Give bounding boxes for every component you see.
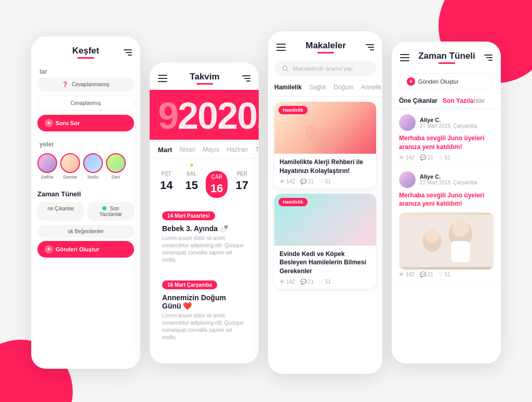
answered-btn[interactable]: Cevaplanmış: [37, 96, 134, 111]
month-nisan[interactable]: Nisan: [179, 146, 195, 154]
day-label-car: ÇAR: [211, 174, 222, 180]
year-prev: 9: [158, 97, 178, 135]
month-mart[interactable]: Mart: [158, 146, 172, 154]
article-body-2: Evinde Kedi ve Köpek Besleyen Hamileleri…: [274, 246, 376, 289]
article-card-2[interactable]: Hamilelik Evinde Kedi ve Köpek Besleyen …: [274, 194, 376, 289]
phone2-header: Takvim: [150, 62, 259, 90]
popular-tab[interactable]: ok Beğenilenler: [37, 225, 134, 238]
zt-tabs: Öne Çıkanlar Son Yazılanlar: [392, 95, 501, 109]
plus-icon: +: [45, 119, 53, 127]
stat-likes-1: ♡ 51: [319, 179, 331, 184]
svg-point-4: [305, 126, 316, 140]
svg-point-3: [337, 126, 347, 140]
article-title-1: Hamilelikte Alerji Rehberi ile Hayatınız…: [280, 158, 371, 176]
article-decoration-1: [274, 102, 376, 154]
day-active-pill-16[interactable]: ÇAR 16: [206, 171, 228, 198]
filter-icon-2[interactable]: [242, 75, 250, 82]
featured-tab[interactable]: ne Çıkanlar: [37, 202, 84, 221]
day-label-per: PER: [236, 171, 247, 177]
event-title-1: Bebek 3. Ayında 🍼: [162, 224, 246, 233]
post-avatar-2: [399, 171, 416, 188]
tab-hamilelik[interactable]: Hamilelik: [274, 84, 302, 91]
post-stats-2: 👁 142 💬 21 ♡ 51: [399, 272, 494, 277]
phone1-title-underline: [77, 57, 94, 59]
zt-tab-featured[interactable]: Öne Çıkanlar: [399, 97, 437, 104]
svg-point-0: [283, 66, 287, 70]
unanswered-btn[interactable]: ❓ Cevaplanmamış: [37, 77, 134, 91]
month-temmuz[interactable]: Temmu: [256, 146, 259, 154]
create-post-button[interactable]: + Gönderi Oluştur: [37, 241, 134, 258]
article-title-2: Evinde Kedi ve Köpek Besleyen Hamileleri…: [280, 250, 371, 276]
stat-likes-2: ♡ 51: [319, 279, 331, 285]
stat-comments-2: 💬 21: [300, 279, 314, 285]
zt-tab-latest[interactable]: Son Yazılanlar: [443, 97, 485, 104]
post-date-1: 27 Mart 2019, Çarşamba: [420, 123, 477, 129]
day-number-15: 15: [185, 179, 198, 192]
post-text-2: Merhaba sevgili Juno üyeleri aranıza yen…: [399, 191, 494, 209]
user-avatar-melis: Melis: [83, 153, 103, 180]
tab-dogum[interactable]: Doğum: [334, 84, 354, 91]
post-username-2: Aliye C.: [420, 173, 477, 180]
month-mayis[interactable]: Mayıs: [203, 146, 219, 154]
phone4-title: Zaman Tüneli: [418, 51, 475, 61]
event-card-2: 16 Mart Çarşamba Annemizin Doğum Günü ❤️…: [156, 274, 252, 346]
post-card-1: Aliye C. 27 Mart 2019, Çarşamba Merhaba …: [392, 109, 501, 166]
event-title-2: Annemizin Doğum Günü ❤️: [162, 293, 246, 310]
user-avatar-den: Den: [106, 153, 126, 180]
article-card-1[interactable]: Hamilelik Hamilelikte Alerji Rehberi ile…: [274, 102, 376, 189]
answered-row: Cevaplanmış: [31, 96, 140, 115]
avatar-circle-defne: [37, 153, 57, 173]
filter-icon-4[interactable]: [484, 55, 493, 61]
zt-create-button[interactable]: + Gönderi Oluştur: [399, 73, 494, 90]
tab-annelik[interactable]: Annelik: [361, 84, 381, 91]
post-user-row-2: Aliye C. 27 Mart 2019, Çarşamba: [399, 171, 494, 188]
timeline-title: Zaman Tüneli: [37, 190, 134, 198]
stat-views-1: 👁 142: [280, 179, 295, 184]
article-body-1: Hamilelikte Alerji Rehberi ile Hayatınız…: [274, 154, 376, 189]
months-row: Mart Nisan Mayıs Haziran Temmu: [150, 140, 259, 158]
user-avatar-demet: Demet: [60, 153, 80, 180]
hamburger-icon-3[interactable]: [400, 54, 409, 61]
svg-point-10: [425, 229, 439, 243]
post-user-info-2: Aliye C. 27 Mart 2019, Çarşamba: [420, 173, 477, 185]
hamburger-icon-2[interactable]: [276, 44, 286, 51]
day-col-16: ÇAR 16: [204, 164, 230, 198]
month-haziran[interactable]: Haziran: [227, 146, 248, 154]
post-likes-1: ♡ 51: [438, 155, 450, 160]
year-display: 2020: [178, 97, 257, 135]
post-stats-1: 👁 142 💬 21 ♡ 51: [399, 155, 494, 160]
post-comments-2: 💬 21: [420, 272, 433, 277]
year-banner: 9 2020 2: [150, 90, 259, 140]
zt-plus-icon: +: [407, 77, 415, 86]
post-comments-1: 💬 21: [420, 155, 433, 160]
svg-rect-8: [451, 241, 470, 262]
svg-rect-5: [399, 215, 494, 267]
days-header: PZT 14 SAL 15 ÇAR 16: [150, 158, 259, 200]
day-dot-15: [190, 164, 193, 167]
filter-icon-3[interactable]: [366, 44, 374, 50]
svg-line-1: [287, 70, 288, 71]
soru-sor-button[interactable]: + Soru Sor: [37, 115, 134, 131]
avatar-circle-den: [106, 153, 126, 173]
phone2-title: Takvim: [190, 72, 219, 82]
phone-zaman-tuneli: Zaman Tüneli + Gönderi Oluştur Öne Çıkan…: [392, 42, 501, 364]
user-avatar-defne: Defne: [37, 153, 57, 180]
filter-icon[interactable]: [124, 49, 132, 56]
article-image-1: Hamilelik: [274, 102, 376, 154]
hamburger-icon[interactable]: [158, 75, 167, 82]
baby-svg: [399, 212, 494, 270]
phone-kesfet: Keşfet lar ❓ Cevaplanmamış Cevaplanmış +…: [31, 36, 140, 369]
article-image-2: Hamilelik: [274, 194, 376, 246]
search-bar[interactable]: Makalelerde arama yap: [274, 61, 376, 76]
tab-saglik[interactable]: Sağlık: [309, 84, 326, 91]
day-col-14: PZT 14: [154, 164, 179, 198]
question-icon: ❓: [62, 82, 68, 87]
search-placeholder: Makalelerde arama yap: [293, 65, 353, 72]
post-date-2: 27 Mart 2019, Çarşamba: [420, 180, 477, 185]
phone1-title: Keşfet: [63, 46, 109, 56]
post-username-1: Aliye C.: [420, 117, 477, 123]
latest-tab[interactable]: Son Yazılanlar: [87, 202, 134, 221]
event-desc-1: Lorem ipsum dolor sit amet, consectetur …: [162, 235, 246, 264]
event-card-1: 14 Mart Pazartesi Bebek 3. Ayında 🍼 Lore…: [156, 205, 252, 269]
article-tabs: Hamilelik Sağlık Doğum Annelik: [268, 82, 382, 97]
